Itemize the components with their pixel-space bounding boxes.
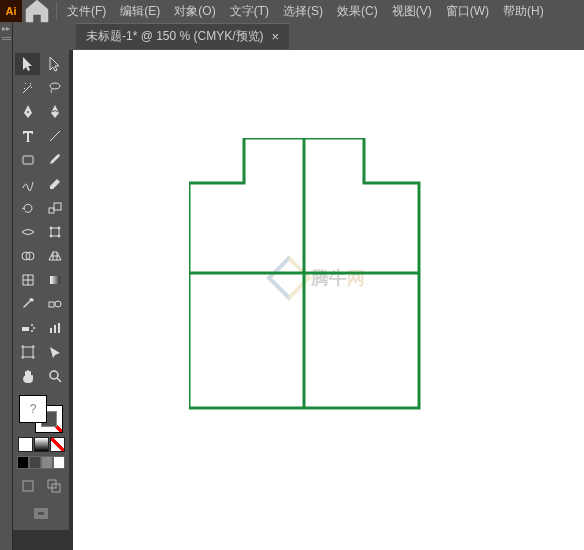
magic-wand-tool-icon[interactable] <box>15 77 40 99</box>
panel-grip-icon[interactable] <box>2 37 11 40</box>
menu-file[interactable]: 文件(F) <box>61 0 112 23</box>
canvas[interactable]: 腾牛网 <box>73 50 584 550</box>
zoom-tool-icon[interactable] <box>42 365 67 387</box>
width-tool-icon[interactable] <box>15 221 40 243</box>
blend-tool-icon[interactable] <box>42 293 67 315</box>
panel-collapse-icon[interactable]: ▸▸ <box>0 24 12 33</box>
svg-point-17 <box>31 324 33 326</box>
svg-rect-4 <box>54 203 61 210</box>
svg-rect-13 <box>50 276 60 284</box>
column-graph-tool-icon[interactable] <box>42 317 67 339</box>
fill-color-icon[interactable]: ? <box>19 395 47 423</box>
svg-rect-23 <box>23 347 33 357</box>
svg-rect-3 <box>49 208 54 213</box>
menu-type[interactable]: 文字(T) <box>224 0 275 23</box>
tab-title: 未标题-1* @ 150 % (CMYK/预览) <box>86 28 264 45</box>
svg-point-0 <box>50 83 60 89</box>
artwork-shape[interactable] <box>189 138 423 412</box>
symbol-sprayer-tool-icon[interactable] <box>15 317 40 339</box>
svg-rect-25 <box>23 481 33 491</box>
document-tab[interactable]: 未标题-1* @ 150 % (CMYK/预览) × <box>76 23 289 49</box>
svg-point-9 <box>58 235 60 237</box>
rectangle-tool-icon[interactable] <box>15 149 40 171</box>
svg-point-15 <box>55 301 61 307</box>
menu-view[interactable]: 视图(V) <box>386 0 438 23</box>
menu-window[interactable]: 窗口(W) <box>440 0 495 23</box>
eyedropper-tool-icon[interactable] <box>15 293 40 315</box>
swatch-gray[interactable] <box>41 456 53 469</box>
tab-close-icon[interactable]: × <box>272 29 280 44</box>
swatch-black[interactable] <box>17 456 29 469</box>
color-mode-none-icon[interactable] <box>50 437 65 452</box>
menu-effect[interactable]: 效果(C) <box>331 0 384 23</box>
hand-tool-icon[interactable] <box>15 365 40 387</box>
color-mode-gradient-icon[interactable] <box>34 437 49 452</box>
home-icon[interactable] <box>22 0 52 26</box>
direct-selection-tool-icon[interactable] <box>42 53 67 75</box>
main-menu: 文件(F) 编辑(E) 对象(O) 文字(T) 选择(S) 效果(C) 视图(V… <box>61 0 550 23</box>
svg-rect-16 <box>22 327 29 331</box>
svg-point-1 <box>27 111 29 113</box>
curvature-tool-icon[interactable] <box>42 101 67 123</box>
rotate-tool-icon[interactable] <box>15 197 40 219</box>
svg-rect-21 <box>54 325 56 333</box>
swatch-white[interactable] <box>53 456 65 469</box>
shaper-tool-icon[interactable] <box>15 173 40 195</box>
draw-behind-icon[interactable] <box>43 475 65 497</box>
menu-edit[interactable]: 编辑(E) <box>114 0 166 23</box>
svg-point-6 <box>50 227 52 229</box>
svg-point-7 <box>58 227 60 229</box>
svg-point-19 <box>31 330 33 332</box>
svg-point-18 <box>33 327 35 329</box>
paintbrush-tool-icon[interactable] <box>42 149 67 171</box>
artboard-tool-icon[interactable] <box>15 341 40 363</box>
slice-tool-icon[interactable] <box>42 341 67 363</box>
screen-mode-icon[interactable] <box>29 503 54 525</box>
menu-help[interactable]: 帮助(H) <box>497 0 550 23</box>
svg-rect-22 <box>58 323 60 333</box>
mesh-tool-icon[interactable] <box>15 269 40 291</box>
menu-select[interactable]: 选择(S) <box>277 0 329 23</box>
scale-tool-icon[interactable] <box>42 197 67 219</box>
menu-object[interactable]: 对象(O) <box>168 0 221 23</box>
type-tool-icon[interactable] <box>15 125 40 147</box>
svg-rect-29 <box>37 511 45 516</box>
selection-tool-icon[interactable] <box>15 53 40 75</box>
svg-point-8 <box>50 235 52 237</box>
perspective-grid-tool-icon[interactable] <box>42 245 67 267</box>
color-proxy[interactable]: ? <box>19 395 63 433</box>
draw-normal-icon[interactable] <box>17 475 39 497</box>
svg-rect-14 <box>49 302 54 307</box>
line-tool-icon[interactable] <box>42 125 67 147</box>
tool-panel: ? <box>13 50 69 530</box>
free-transform-tool-icon[interactable] <box>42 221 67 243</box>
swatch-dark-gray[interactable] <box>29 456 41 469</box>
svg-rect-20 <box>50 328 52 333</box>
pen-tool-icon[interactable] <box>15 101 40 123</box>
lasso-tool-icon[interactable] <box>42 77 67 99</box>
svg-rect-2 <box>23 156 33 164</box>
eraser-tool-icon[interactable] <box>42 173 67 195</box>
artwork-path <box>189 138 419 408</box>
gradient-tool-icon[interactable] <box>42 269 67 291</box>
shape-builder-tool-icon[interactable] <box>15 245 40 267</box>
app-icon: Ai <box>0 0 22 22</box>
color-mode-solid-icon[interactable] <box>18 437 33 452</box>
svg-point-24 <box>50 371 58 379</box>
svg-rect-5 <box>51 228 59 236</box>
